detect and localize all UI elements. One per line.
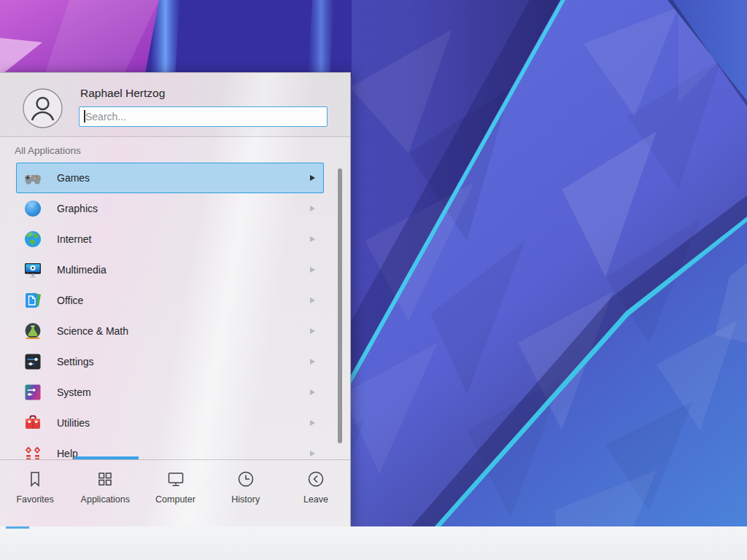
science-flask-icon <box>23 321 43 341</box>
clock-icon <box>236 470 255 489</box>
list-scrollbar[interactable] <box>338 168 342 443</box>
category-help[interactable]: Help <box>16 438 324 459</box>
category-multimedia[interactable]: Multimedia <box>16 254 324 285</box>
category-label: Science & Math <box>57 325 128 337</box>
category-list: Games Graphics Internet <box>0 163 351 459</box>
globe-icon <box>23 229 43 249</box>
chevron-right-icon <box>310 206 315 211</box>
office-document-icon <box>23 290 43 311</box>
grid-icon <box>96 470 115 489</box>
chevron-right-icon <box>310 389 315 395</box>
chevron-right-icon <box>310 267 315 273</box>
category-science-math[interactable]: Science & Math <box>16 316 324 346</box>
category-label: Internet <box>57 233 91 245</box>
tab-computer[interactable]: Computer <box>140 460 210 526</box>
category-label: Games <box>57 172 90 184</box>
launcher-tabbar: Favorites Applications Computer History <box>0 460 351 526</box>
leave-icon <box>306 470 325 489</box>
category-label: Multimedia <box>57 264 107 276</box>
category-label: System <box>57 386 91 398</box>
tab-label: Leave <box>281 494 351 505</box>
user-avatar[interactable] <box>23 88 63 128</box>
category-internet[interactable]: Internet <box>16 224 324 254</box>
active-tab-indicator <box>74 456 139 459</box>
chevron-right-icon <box>310 298 315 303</box>
system-sliders-icon <box>23 382 43 402</box>
tab-leave[interactable]: Leave <box>281 460 351 526</box>
bookmark-icon <box>26 470 44 489</box>
taskbar: ES 7:03 PM 4/24/21 <box>0 526 747 560</box>
help-icon <box>23 443 43 459</box>
category-label: Settings <box>57 356 94 368</box>
chevron-right-icon <box>310 420 315 426</box>
user-name: Raphael Hertzog <box>80 87 165 100</box>
chevron-right-icon <box>310 236 315 242</box>
multimedia-monitor-icon <box>23 260 43 280</box>
chevron-right-icon <box>310 359 315 365</box>
search-field[interactable] <box>79 106 328 127</box>
gamepad-icon <box>23 168 43 188</box>
category-label: Office <box>57 295 83 306</box>
category-label: Utilities <box>57 417 90 429</box>
section-label: All Applications <box>15 145 81 156</box>
category-settings[interactable]: Settings <box>16 346 324 377</box>
monitor-icon <box>166 470 185 489</box>
chevron-right-icon <box>310 451 315 456</box>
settings-sliders-icon <box>23 351 43 372</box>
tab-label: Computer <box>140 494 210 505</box>
tab-label: History <box>211 494 281 505</box>
tab-applications[interactable]: Applications <box>70 460 140 526</box>
chevron-right-icon <box>310 328 315 334</box>
utilities-toolbox-icon <box>23 413 43 433</box>
tab-history[interactable]: History <box>211 460 281 526</box>
chevron-right-icon <box>310 175 315 181</box>
tab-label: Applications <box>70 494 140 505</box>
launcher-active-indicator <box>6 526 29 529</box>
tab-favorites[interactable]: Favorites <box>0 460 70 526</box>
category-graphics[interactable]: Graphics <box>16 193 324 224</box>
tab-label: Favorites <box>0 494 70 505</box>
category-utilities[interactable]: Utilities <box>16 408 324 438</box>
application-launcher-menu: Raphael Hertzog All Applications Games <box>0 72 351 526</box>
header-divider <box>0 136 350 137</box>
search-input[interactable] <box>80 107 327 126</box>
category-office[interactable]: Office <box>16 285 324 316</box>
text-caret <box>84 110 85 122</box>
category-games[interactable]: Games <box>16 163 324 193</box>
graphics-sphere-icon <box>23 198 43 219</box>
category-system[interactable]: System <box>16 377 324 408</box>
category-label: Graphics <box>57 203 98 214</box>
